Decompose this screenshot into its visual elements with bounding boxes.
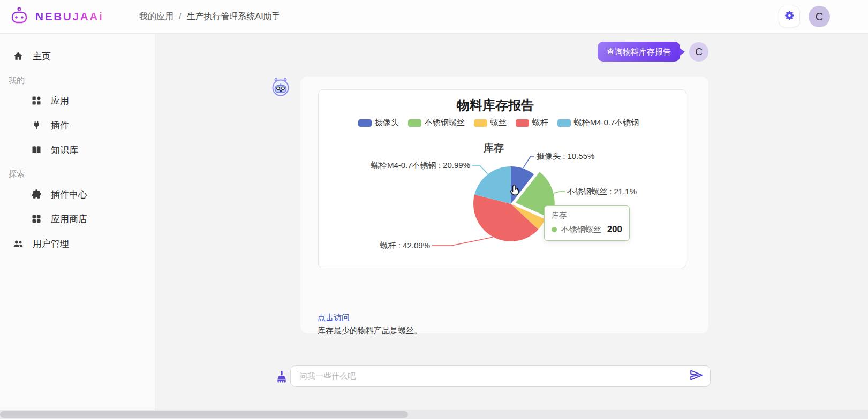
pie-slice-label: 摄像头 : 10.55%	[537, 151, 594, 161]
tooltip-series-name: 库存	[552, 211, 622, 220]
user-message-row: 查询物料库存报告 C	[300, 42, 708, 62]
visit-link[interactable]: 点击访问	[318, 313, 350, 323]
sidebar-item-label: 插件中心	[51, 188, 87, 201]
horizontal-scrollbar-track[interactable]	[0, 410, 868, 419]
sidebar-item-app-store[interactable]: 应用商店	[0, 207, 155, 231]
sidebar-item-user-management[interactable]: 用户管理	[0, 231, 155, 256]
input-placeholder: 问我一些什么吧	[299, 371, 689, 382]
brand-name: NEBUJAAi	[35, 10, 103, 23]
horizontal-scrollbar-thumb[interactable]	[0, 411, 408, 418]
send-icon	[689, 368, 703, 384]
text-caret	[298, 371, 298, 381]
users-icon	[12, 238, 24, 249]
sidebar-nav: 主页我的应用插件知识库探索插件中心应用商店用户管理	[0, 33, 155, 410]
sidebar-item-knowledge-base[interactable]: 知识库	[0, 138, 155, 162]
breadcrumb-parent[interactable]: 我的应用	[139, 11, 173, 22]
sidebar-item-label: 应用商店	[51, 213, 87, 225]
clear-chat-button[interactable]	[274, 370, 289, 385]
book-icon	[31, 144, 42, 156]
plug-icon	[31, 120, 42, 131]
user-avatar-chat: C	[689, 42, 708, 62]
sidebar-item-label: 插件	[51, 119, 69, 132]
app-logo[interactable]: NEBUJAAi	[0, 6, 139, 27]
pie-slice-label: 螺栓M4-0.7不锈钢 : 20.99%	[371, 161, 470, 170]
sidebar-section-mine: 我的	[0, 68, 155, 88]
sidebar-item-label: 应用	[51, 95, 69, 107]
tooltip-item-value: 200	[607, 224, 622, 235]
sidebar-item-plugins[interactable]: 插件	[0, 113, 155, 138]
breadcrumb: 我的应用 / 生产执行管理系统AI助手	[139, 11, 281, 22]
puzzle-icon	[31, 189, 42, 200]
breadcrumb-separator: /	[179, 12, 181, 21]
assistant-response-bubble: 物料库存报告 摄像头不锈钢螺丝螺丝螺杆螺栓M4-0.7不锈钢 库存 摄像头 : …	[300, 77, 708, 333]
sidebar-item-apps[interactable]: 应用	[0, 88, 155, 113]
chat-area: 查询物料库存报告 C 物料库存报告 摄像头不锈钢螺丝螺丝螺杆螺栓M4-0.7不锈…	[156, 33, 868, 419]
tooltip-item-name: 不锈钢螺丝	[561, 225, 601, 235]
sidebar-item-home[interactable]: 主页	[0, 44, 155, 68]
chart-tooltip: 库存 不锈钢螺丝 200	[544, 205, 630, 241]
apps-icon	[31, 95, 42, 106]
pie-label-line	[432, 237, 493, 246]
gear-icon	[783, 10, 795, 24]
sidebar-item-label: 用户管理	[33, 238, 69, 250]
chart-card: 物料库存报告 摄像头不锈钢螺丝螺丝螺杆螺栓M4-0.7不锈钢 库存 摄像头 : …	[318, 89, 686, 268]
top-header: NEBUJAAi 我的应用 / 生产执行管理系统AI助手 C	[0, 0, 868, 34]
pie-label-line	[523, 156, 534, 168]
assistant-summary-text: 库存最少的物料产品是螺丝。	[318, 326, 422, 336]
sidebar-item-label: 主页	[33, 50, 51, 63]
breadcrumb-current: 生产执行管理系统AI助手	[186, 11, 280, 22]
settings-button[interactable]	[779, 6, 800, 27]
tooltip-color-dot	[552, 227, 557, 232]
pie-slice-label: 螺杆 : 42.09%	[380, 241, 430, 250]
store-icon	[31, 214, 42, 225]
sidebar-item-plugin-center[interactable]: 插件中心	[0, 182, 155, 207]
home-icon	[12, 51, 24, 62]
sidebar-section-explore: 探索	[0, 162, 155, 182]
broom-icon	[274, 377, 289, 386]
pie-label-line	[554, 192, 565, 193]
assistant-avatar	[270, 76, 291, 96]
robot-logo-icon	[9, 6, 30, 27]
message-input[interactable]: 问我一些什么吧	[290, 365, 711, 387]
user-message-bubble: 查询物料库存报告	[598, 42, 680, 62]
sidebar-item-label: 知识库	[51, 144, 78, 156]
pie-label-line	[472, 165, 488, 174]
user-avatar-header[interactable]: C	[809, 6, 830, 27]
send-button[interactable]	[689, 369, 703, 383]
pie-slice-label: 不锈钢螺丝 : 21.1%	[567, 187, 637, 196]
pie-chart-svg[interactable]: 摄像头 : 10.55%不锈钢螺丝 : 21.1%螺杆 : 42.09%螺栓M4…	[319, 90, 687, 269]
